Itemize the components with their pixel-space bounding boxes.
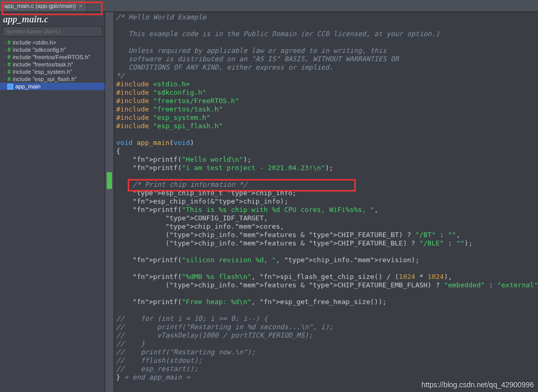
close-icon[interactable]: × [79, 3, 82, 9]
watermark: https://blog.csdn.net/qq_42900996 [421, 380, 534, 389]
symbol-label: include <stdio.h> [13, 39, 56, 46]
editor: /* Hello World Example This example code… [105, 12, 538, 392]
symbol-item-include[interactable]: ··#include "sdkconfig.h" [0, 46, 105, 53]
gutter [105, 12, 114, 392]
hash-icon: # [7, 61, 10, 68]
hash-icon: # [7, 39, 10, 46]
symbol-item-include[interactable]: ··#include "freertos/task.h" [0, 61, 105, 68]
symbol-tree[interactable]: ··#include <stdio.h>··#include "sdkconfi… [0, 39, 105, 392]
ide-window: app_main.c (app-gpio\main) × app_main.c … [0, 0, 538, 392]
tree-guide: ·· [3, 61, 5, 68]
symbol-panel: app_main.c ··#include <stdio.h>··#includ… [0, 12, 105, 392]
code-area[interactable]: /* Hello World Example This example code… [114, 12, 538, 392]
symbol-item-include[interactable]: ··#include <stdio.h> [0, 39, 105, 46]
hash-icon: # [7, 69, 10, 75]
symbol-item-function[interactable]: ··app_main [0, 83, 105, 90]
tree-guide: ·· [3, 83, 5, 89]
symbol-search-input[interactable] [2, 26, 103, 37]
tree-guide: ·· [3, 69, 5, 75]
symbol-label: include "esp_spi_flash.h" [13, 76, 76, 82]
tree-guide: ·· [3, 54, 5, 60]
symbol-label: include "freertos/task.h" [13, 61, 73, 68]
tree-guide: ·· [3, 39, 5, 46]
tree-guide: ·· [3, 76, 5, 82]
tab-bar: app_main.c (app-gpio\main) × [0, 0, 538, 12]
hash-icon: # [7, 76, 10, 82]
tab-title: app_main.c (app-gpio\main) [4, 3, 76, 9]
symbol-search [2, 26, 103, 37]
function-icon [7, 84, 13, 89]
hash-icon: # [7, 47, 10, 53]
tab-app-main[interactable]: app_main.c (app-gpio\main) × [0, 0, 87, 12]
symbol-item-include[interactable]: ··#include "freertos/FreeRTOS.h" [0, 53, 105, 61]
symbol-label: app_main [15, 83, 40, 89]
symbol-label: include "freertos/FreeRTOS.h" [13, 54, 90, 60]
file-header: app_main.c [0, 12, 105, 26]
change-marker [107, 172, 112, 189]
tree-guide: ·· [3, 47, 5, 53]
symbol-item-include[interactable]: ··#include "esp_system.h" [0, 68, 105, 75]
symbol-label: include "sdkconfig.h" [13, 47, 65, 53]
hash-icon: # [7, 54, 10, 60]
main-split: app_main.c ··#include <stdio.h>··#includ… [0, 12, 538, 392]
symbol-label: include "esp_system.h" [13, 69, 72, 75]
symbol-item-include[interactable]: ··#include "esp_spi_flash.h" [0, 75, 105, 83]
code-text: /* Hello World Example This example code… [116, 13, 538, 382]
